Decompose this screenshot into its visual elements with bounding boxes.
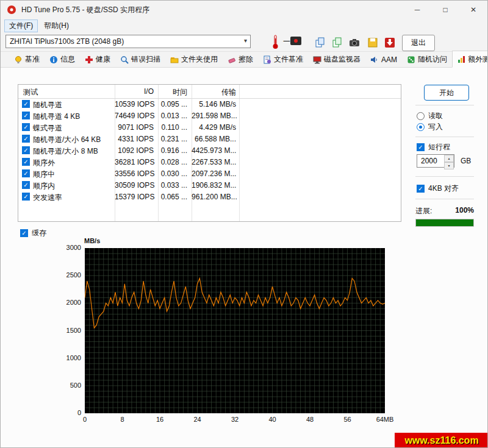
table-row: 顺序中33556 IOPS0.030 ...2097.236 M... — [18, 168, 401, 179]
test-checkbox[interactable] — [22, 181, 30, 189]
exit-button[interactable]: 退出 — [402, 35, 435, 51]
test-transfer: 2097.236 M... — [192, 169, 236, 178]
align-label: 4KB 对齐 — [428, 183, 459, 194]
stepper-up-icon[interactable]: ▴ — [444, 155, 454, 162]
minimize-button[interactable]: ─ — [403, 1, 431, 19]
y-axis-title: MB/s — [84, 237, 100, 244]
tab-label: 文件基准 — [274, 54, 303, 65]
tab-folder-usage[interactable]: 文件夹使用 — [165, 52, 223, 67]
cache-option[interactable]: 缓存 — [20, 228, 46, 238]
tab-error-scan[interactable]: 错误扫描 — [115, 52, 165, 67]
test-checkbox[interactable] — [22, 169, 30, 177]
test-io: 36281 IOPS — [115, 158, 154, 166]
test-transfer: 5.146 MB/s — [192, 100, 236, 108]
short-stroke-checkbox[interactable] — [417, 143, 425, 151]
test-time: 0.013 ... — [158, 112, 187, 120]
table-row: 蝶式寻道9071 IOPS0.110 ...4.429 MB/s — [18, 121, 401, 133]
short-stroke-label: 短行程 — [428, 142, 450, 152]
extra-tests-chart-icon — [457, 55, 465, 63]
test-checkbox[interactable] — [22, 158, 30, 166]
hdtune-window: HD Tune Pro 5.75 - 硬盘/SSD 实用程序 ─ □ ✕ 文件(… — [0, 0, 488, 448]
test-io: 15379 IOPS — [115, 193, 154, 201]
tab-health[interactable]: 健康 — [80, 52, 115, 67]
copy-image-icon[interactable] — [330, 35, 345, 50]
tab-erase[interactable]: 擦除 — [223, 52, 258, 67]
screenshot-camera-icon[interactable] — [347, 35, 362, 50]
test-io: 4331 IOPS — [115, 135, 154, 143]
separator — [415, 199, 474, 199]
align-option[interactable]: 4KB 对齐 — [417, 183, 459, 194]
test-time: 0.033 ... — [158, 181, 187, 190]
copy-text-icon[interactable] — [313, 35, 328, 50]
read-option[interactable]: 读取 — [417, 111, 443, 121]
align-checkbox[interactable] — [417, 185, 425, 193]
magnifier-icon — [120, 55, 129, 64]
tab-benchmark[interactable]: 基准 — [9, 52, 45, 67]
test-name: 蝶式寻道 — [33, 123, 62, 133]
tab-label: AAM — [381, 55, 397, 64]
menu-help[interactable]: 帮助(H) — [39, 20, 74, 32]
close-button[interactable]: ✕ — [459, 1, 487, 19]
tab-random-access[interactable]: 随机访问 — [402, 52, 452, 67]
stepper-down-icon[interactable]: ▾ — [444, 162, 454, 169]
eraser-icon — [228, 55, 236, 64]
short-stroke-option[interactable]: 短行程 — [417, 142, 450, 152]
maximize-button[interactable]: □ — [431, 1, 459, 19]
header-time: 时间 — [158, 87, 187, 98]
menu-file[interactable]: 文件(F) — [4, 20, 38, 32]
tab-aam[interactable]: AAM — [365, 52, 402, 67]
tab-label: 基准 — [25, 54, 40, 65]
separator — [415, 137, 474, 137]
separator — [415, 105, 474, 105]
test-io: 74649 IOPS — [115, 112, 154, 120]
test-name: 顺序中 — [33, 169, 55, 180]
x-tick-label: 64MB — [373, 416, 397, 423]
info-icon — [49, 55, 58, 64]
tab-file-benchmark[interactable]: 文件基准 — [258, 52, 308, 67]
test-transfer: 4425.973 M... — [192, 146, 236, 155]
file-benchmark-icon — [263, 55, 271, 64]
test-checkbox[interactable] — [22, 135, 30, 143]
test-checkbox[interactable] — [22, 193, 30, 201]
start-button[interactable]: 开始 — [424, 85, 469, 101]
test-checkbox[interactable] — [22, 112, 30, 119]
x-tick-label: 0 — [73, 416, 97, 423]
download-icon[interactable] — [382, 35, 397, 50]
read-label: 读取 — [428, 111, 443, 121]
test-name: 随机寻道/大小 8 MB — [33, 146, 98, 157]
header-test: 测试 — [23, 87, 38, 98]
progress-value: 100% — [443, 206, 474, 215]
y-tick-label: 1000 — [54, 354, 81, 361]
drive-select-dropdown[interactable]: ZHITAI TiPlus7100s 2TB (2048 gB) ▾ — [5, 35, 251, 48]
test-time: 0.916 ... — [158, 146, 187, 155]
save-icon[interactable] — [365, 35, 380, 50]
read-radio[interactable] — [417, 112, 425, 120]
size-stepper[interactable]: ▴▾ — [444, 155, 454, 167]
x-tick-label: 8 — [110, 416, 135, 423]
cache-checkbox[interactable] — [20, 229, 28, 237]
test-checkbox[interactable] — [22, 100, 30, 108]
start-button-label: 开始 — [439, 88, 454, 98]
test-time: 0.065 ... — [158, 193, 187, 201]
health-cross-icon — [85, 55, 93, 64]
test-time: 0.030 ... — [158, 169, 187, 178]
watermark: www.sz116.com — [395, 433, 488, 448]
test-checkbox[interactable] — [22, 123, 30, 131]
write-radio[interactable] — [417, 123, 425, 131]
test-transfer: 1906.832 M... — [192, 181, 236, 190]
tab-label: 额外测试 — [468, 54, 488, 65]
y-tick-label: 3000 — [54, 244, 81, 251]
write-option[interactable]: 写入 — [417, 122, 443, 132]
dice-icon — [407, 55, 415, 64]
x-tick-label: 32 — [223, 416, 247, 423]
tab-disk-monitor[interactable]: 磁盘监视器 — [308, 52, 365, 67]
temperature-monitor-icon[interactable] — [290, 35, 302, 48]
test-name: 随机寻道/大小 64 KB — [33, 135, 101, 145]
separator — [415, 176, 474, 177]
tab-extra-tests[interactable]: 额外测试 — [452, 51, 488, 68]
test-io: 9071 IOPS — [115, 123, 154, 132]
tab-label: 文件夹使用 — [181, 54, 218, 65]
tab-info[interactable]: 信息 — [45, 52, 80, 67]
test-checkbox[interactable] — [22, 146, 30, 154]
x-tick-label: 24 — [185, 416, 210, 423]
